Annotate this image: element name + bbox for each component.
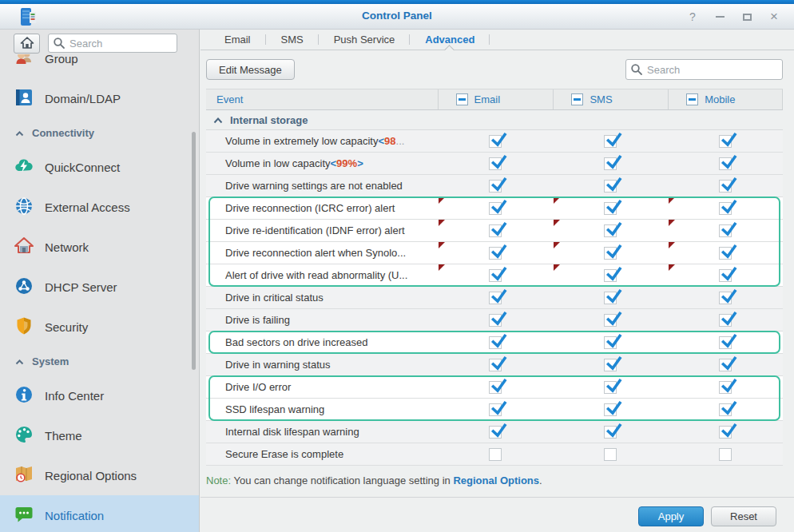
group-header-row[interactable]: Internal storage: [206, 110, 783, 130]
sidebar-item-label: External Access: [45, 200, 130, 214]
table-search-input[interactable]: [625, 59, 783, 80]
sms-checkbox[interactable]: [604, 314, 617, 327]
apply-button[interactable]: Apply: [638, 506, 704, 526]
mobile-cell: [668, 332, 783, 353]
table-row: Drive in critical status: [206, 287, 783, 309]
mobile-checkbox[interactable]: [719, 202, 732, 215]
sms-checkbox[interactable]: [604, 180, 617, 193]
sms-checkbox[interactable]: [604, 426, 617, 439]
email-checkbox[interactable]: [489, 426, 502, 439]
sidebar-item-notification[interactable]: Notification: [0, 495, 199, 532]
mobile-checkbox[interactable]: [719, 157, 732, 170]
sidebar-item-regional-options[interactable]: Regional Options: [0, 455, 199, 495]
email-checkbox[interactable]: [489, 359, 502, 371]
mobile-checkbox[interactable]: [719, 381, 732, 394]
sidebar-item-dhcp-server[interactable]: DHCP Server: [0, 267, 199, 307]
mobile-checkbox[interactable]: [719, 426, 732, 439]
mobile-checkbox[interactable]: [719, 448, 732, 461]
sms-checkbox[interactable]: [604, 292, 617, 304]
sms-checkbox[interactable]: [604, 224, 617, 237]
email-checkbox[interactable]: [489, 292, 502, 304]
sms-cell: [553, 287, 668, 308]
sidebar-section-system[interactable]: System: [0, 347, 199, 375]
email-checkbox[interactable]: [489, 269, 502, 282]
mobile-checkbox[interactable]: [719, 180, 732, 193]
sms-checkbox[interactable]: [604, 269, 617, 282]
mobile-cell: [668, 130, 783, 152]
email-checkbox[interactable]: [489, 314, 502, 327]
email-column-checkbox[interactable]: [456, 93, 468, 105]
sidebar-item-security[interactable]: Security: [0, 307, 199, 347]
home-icon: [20, 36, 34, 52]
sms-cell: [553, 332, 668, 353]
mobile-checkbox[interactable]: [719, 247, 732, 260]
sidebar-item-network[interactable]: Network: [0, 227, 199, 267]
email-checkbox[interactable]: [489, 202, 502, 215]
sms-checkbox[interactable]: [604, 202, 617, 215]
regional-options-link[interactable]: Regional Options: [453, 474, 539, 486]
modified-marker-icon: [439, 264, 445, 271]
edit-message-button[interactable]: Edit Message: [206, 59, 295, 80]
event-label-red-segment: 98: [384, 135, 395, 147]
table-row: Drive is failing: [206, 309, 783, 332]
tab-sms[interactable]: SMS: [266, 30, 319, 50]
mobile-column-header: Mobile: [668, 89, 783, 109]
sms-checkbox[interactable]: [604, 448, 617, 461]
modified-marker-icon: [439, 197, 445, 204]
email-cell: [438, 153, 554, 174]
mobile-checkbox[interactable]: [719, 269, 732, 282]
sms-checkbox[interactable]: [604, 381, 617, 394]
email-checkbox[interactable]: [489, 336, 502, 349]
mobile-cell: [668, 175, 783, 197]
tab-push-service[interactable]: Push Service: [319, 30, 411, 50]
sms-checkbox[interactable]: [604, 247, 617, 260]
mobile-checkbox[interactable]: [719, 224, 732, 237]
sms-column-checkbox[interactable]: [571, 93, 583, 105]
sms-checkbox[interactable]: [604, 359, 617, 371]
modified-marker-icon: [439, 220, 445, 226]
sidebar-scrollbar[interactable]: [192, 132, 196, 370]
sidebar-item-domain-ldap[interactable]: Domain/LDAP: [0, 78, 199, 118]
sms-checkbox[interactable]: [604, 403, 617, 416]
event-label-text: Volume in low capacity: [225, 157, 331, 169]
minimize-icon[interactable]: [714, 11, 725, 22]
sidebar-item-info-center[interactable]: Info Center: [0, 375, 199, 415]
email-checkbox[interactable]: [489, 157, 502, 170]
home-button[interactable]: [14, 34, 40, 54]
table-row: Drive reconnection alert when Synolo...: [206, 242, 783, 264]
mobile-column-checkbox[interactable]: [686, 93, 698, 105]
reset-button[interactable]: Reset: [711, 506, 776, 526]
email-checkbox[interactable]: [489, 448, 502, 461]
mobile-checkbox[interactable]: [719, 359, 732, 371]
sms-checkbox[interactable]: [604, 135, 617, 148]
email-checkbox[interactable]: [489, 403, 502, 416]
email-checkbox[interactable]: [489, 180, 502, 193]
maximize-icon[interactable]: [741, 11, 752, 22]
tab-email[interactable]: Email: [209, 30, 266, 50]
help-icon[interactable]: ?: [687, 11, 698, 22]
sms-checkbox[interactable]: [604, 336, 617, 349]
sms-cell: [553, 354, 668, 375]
sidebar-search-input[interactable]: [48, 34, 177, 53]
table-row: Volume in low capacity <99%>: [206, 153, 783, 175]
event-label-blue-segment: <: [378, 135, 384, 147]
sidebar-item-theme[interactable]: Theme: [0, 415, 199, 455]
sidebar-section-connectivity[interactable]: Connectivity: [0, 118, 199, 147]
mobile-checkbox[interactable]: [719, 336, 732, 349]
mobile-checkbox[interactable]: [719, 314, 732, 327]
email-checkbox[interactable]: [489, 381, 502, 394]
email-checkbox[interactable]: [489, 135, 502, 148]
mobile-checkbox[interactable]: [719, 135, 732, 148]
event-column-header[interactable]: Event: [206, 93, 438, 105]
sms-checkbox[interactable]: [604, 157, 617, 170]
mobile-checkbox[interactable]: [719, 292, 732, 304]
email-checkbox[interactable]: [489, 224, 502, 237]
close-icon[interactable]: ×: [768, 11, 780, 22]
mobile-cell: [668, 443, 783, 465]
mobile-checkbox[interactable]: [719, 403, 732, 416]
sidebar-item-external-access[interactable]: External Access: [0, 187, 199, 227]
control-panel-window: Control Panel ? × GroupDomain/LDAPConnec…: [0, 0, 794, 532]
sidebar-item-quickconnect[interactable]: QuickConnect: [0, 147, 199, 187]
sms-cell: [553, 309, 668, 331]
email-checkbox[interactable]: [489, 247, 502, 260]
